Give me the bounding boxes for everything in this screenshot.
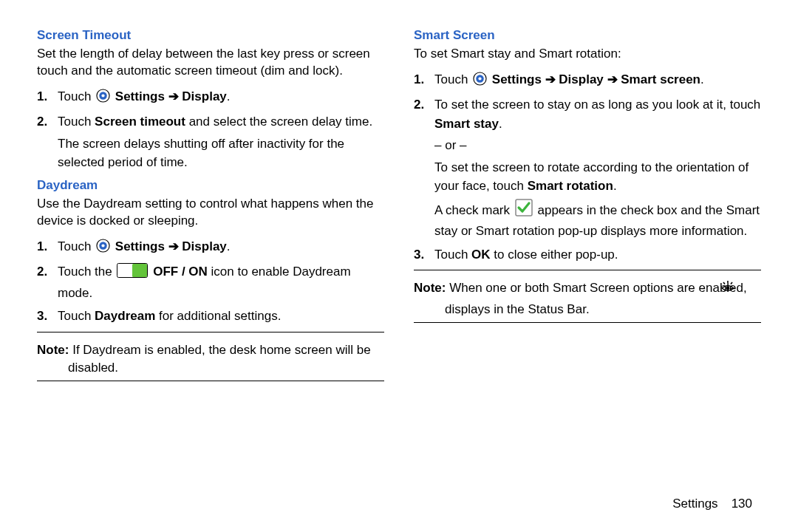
step-text: .	[613, 179, 617, 193]
steps-screen-timeout: 1. Touch Settings ➔ Display. 2. Touch Sc…	[37, 87, 384, 172]
step-text: Touch	[58, 309, 95, 323]
steps-daydream: 1. Touch Settings ➔ Display. 2. Touch th…	[37, 237, 384, 326]
step-text: to close either pop-up.	[491, 248, 618, 262]
arrow-icon: ➔	[165, 89, 182, 103]
step-text: Touch	[434, 248, 471, 262]
bold-text: OK	[471, 248, 491, 262]
svg-line-15	[731, 282, 732, 284]
list-item: 1. Touch Settings ➔ Display.	[58, 237, 384, 259]
note-body: If Daydream is enabled, the desk home sc…	[68, 343, 371, 375]
step-text: Touch	[58, 115, 95, 129]
list-item: 1. Touch Settings ➔ Display ➔ Smart scre…	[434, 70, 761, 92]
intro-daydream: Use the Daydream setting to control what…	[37, 196, 384, 230]
note-body: When one or both Smart Screen options ar…	[446, 281, 750, 295]
note-label: Note:	[414, 281, 446, 295]
left-column: Screen Timeout Set the length of delay b…	[37, 28, 384, 480]
note-body: displays in the Status Bar.	[445, 302, 590, 316]
settings-gear-icon	[473, 72, 487, 92]
heading-daydream: Daydream	[37, 178, 384, 193]
divider	[414, 270, 761, 270]
bold-text: Screen timeout	[95, 115, 185, 129]
step-number: 2.	[37, 262, 47, 282]
step-text: Touch	[58, 239, 95, 253]
divider	[37, 332, 384, 332]
note-daydream: Note: If Daydream is enabled, the desk h…	[37, 341, 384, 378]
step-subtext: The screen delays shutting off after ina…	[58, 134, 384, 172]
path-display: Display	[182, 239, 226, 253]
step-text: To set the screen to stay on as long as …	[434, 98, 760, 112]
list-item: 2. To set the screen to stay on as long …	[434, 95, 761, 241]
checkbox-checked-icon	[515, 199, 533, 222]
step-suffix: .	[700, 72, 704, 86]
path-settings: Settings	[115, 239, 165, 253]
path-display: Display	[182, 89, 226, 103]
step-text: for additional settings.	[155, 309, 281, 323]
bold-text: Smart rotation	[528, 179, 613, 193]
svg-line-14	[723, 282, 725, 284]
step-number: 1.	[37, 87, 47, 106]
intro-screen-timeout: Set the length of delay between the last…	[37, 46, 384, 80]
list-item: 2. Touch the OFF / ON icon to enable Day…	[58, 262, 384, 302]
page-body: Screen Timeout Set the length of delay b…	[0, 0, 798, 480]
list-item: 3. Touch OK to close either pop-up.	[434, 245, 761, 265]
svg-point-12	[726, 287, 730, 290]
step-text: .	[499, 117, 502, 131]
path-display: Display	[559, 72, 603, 86]
step-number: 3.	[37, 307, 47, 326]
svg-point-2	[102, 94, 105, 97]
path-smart-screen: Smart screen	[621, 72, 700, 86]
step-suffix: .	[227, 239, 231, 253]
right-column: Smart Screen To set Smart stay and Smart…	[414, 28, 761, 480]
step-subtext: To set the screen to rotate according to…	[434, 158, 761, 196]
svg-point-5	[102, 244, 105, 247]
settings-gear-icon	[96, 89, 110, 109]
heading-smart-screen: Smart Screen	[414, 28, 761, 43]
heading-screen-timeout: Screen Timeout	[37, 28, 384, 43]
divider	[414, 322, 761, 323]
note-label: Note:	[37, 343, 69, 357]
step-text: A check mark	[434, 203, 514, 217]
settings-gear-icon	[96, 239, 110, 259]
divider	[37, 381, 384, 381]
list-item: 2. Touch Screen timeout and select the s…	[58, 112, 384, 172]
footer-page-number: 130	[732, 497, 752, 511]
toggle-on-icon	[117, 263, 148, 284]
step-text: Touch the	[58, 265, 115, 279]
list-item: 1. Touch Settings ➔ Display.	[58, 87, 384, 109]
svg-point-10	[479, 77, 482, 80]
note-smart-screen: Note: When one or both Smart Screen opti…	[414, 279, 761, 318]
step-subtext: A check mark appears in the check box an…	[434, 199, 761, 241]
bold-text: Daydream	[95, 309, 155, 323]
arrow-icon: ➔	[542, 72, 559, 86]
page-footer: Settings130	[0, 497, 798, 511]
step-text: and select the screen delay time.	[185, 115, 372, 129]
step-number: 2.	[414, 95, 424, 115]
off-on-label: OFF / ON	[153, 265, 208, 279]
steps-smart-screen: 1. Touch Settings ➔ Display ➔ Smart scre…	[414, 70, 761, 265]
bold-text: Smart stay	[434, 117, 499, 131]
arrow-icon: ➔	[604, 72, 621, 86]
step-text: Touch	[58, 89, 95, 103]
arrow-icon: ➔	[165, 239, 182, 253]
step-number: 1.	[414, 70, 424, 89]
footer-section: Settings	[672, 497, 717, 511]
list-item: 3. Touch Daydream for additional setting…	[58, 307, 384, 326]
step-number: 1.	[37, 237, 47, 256]
svg-rect-7	[132, 264, 147, 277]
path-settings: Settings	[115, 89, 165, 103]
intro-smart-screen: To set Smart stay and Smart rotation:	[414, 46, 761, 63]
step-suffix: .	[227, 89, 231, 103]
step-number: 2.	[37, 112, 47, 132]
path-settings: Settings	[492, 72, 542, 86]
step-text: Touch	[434, 72, 471, 86]
or-divider: – or –	[434, 136, 761, 155]
step-number: 3.	[414, 245, 424, 265]
